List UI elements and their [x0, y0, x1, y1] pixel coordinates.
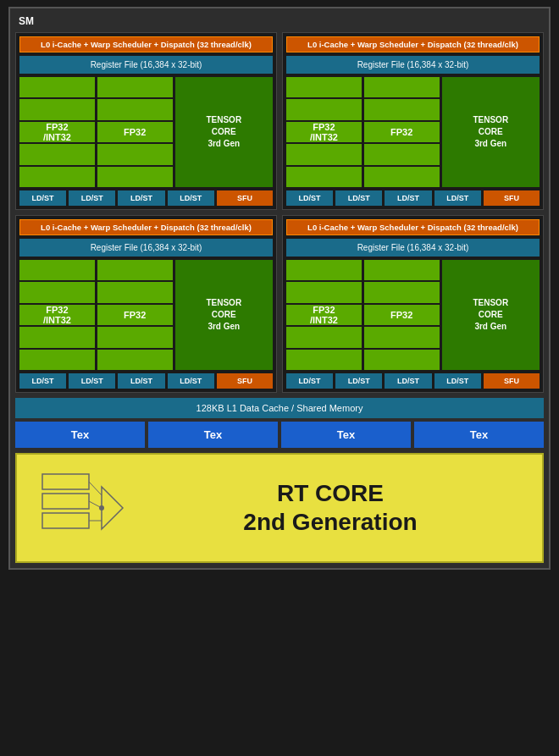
tensor-core-3: TENSORCORE3rd Gen	[442, 260, 540, 370]
sub-partition-3: L0 i-Cache + Warp Scheduler + Dispatch (…	[282, 215, 544, 393]
fp32-label-0: FP32/INT32	[19, 122, 95, 142]
fp32-col-2: FP32	[97, 260, 173, 370]
fp32-cell	[286, 327, 362, 347]
bottom-row-3: LD/ST LD/ST LD/ST LD/ST SFU	[286, 373, 540, 389]
svg-rect-0	[42, 474, 89, 489]
ldst-1: LD/ST	[69, 190, 115, 206]
fp32-cell	[364, 99, 440, 119]
svg-rect-1	[42, 494, 89, 509]
rt-core: RT CORE2nd Generation	[15, 453, 544, 563]
core-area-0: FP32/INT32 FP32 TENSORCORE3rd Gen	[19, 77, 273, 187]
tensor-core-2: TENSORCORE3rd Gen	[175, 260, 273, 370]
fp32-int32-col-1: FP32/INT32	[286, 77, 362, 187]
fp32-cell	[364, 282, 440, 302]
reg-file-1: Register File (16,384 x 32-bit)	[286, 56, 540, 74]
l0-header-1: L0 i-Cache + Warp Scheduler + Dispatch (…	[286, 36, 540, 52]
ldst-9: LD/ST	[69, 373, 115, 389]
sfu-0: SFU	[217, 190, 273, 206]
fp32-col-3: FP32	[364, 260, 440, 370]
fp32-cell	[97, 77, 173, 97]
reg-file-0: Register File (16,384 x 32-bit)	[19, 56, 273, 74]
ldst-8: LD/ST	[19, 373, 66, 389]
sm-title: SM	[15, 14, 544, 29]
fp32-cell	[286, 260, 362, 280]
sfu-3: SFU	[484, 373, 540, 389]
fp32-cell	[19, 350, 95, 370]
fp32-col-0: FP32	[97, 77, 173, 187]
fp32-cell	[364, 167, 440, 187]
fp32-cell	[364, 144, 440, 164]
l0-header-2: L0 i-Cache + Warp Scheduler + Dispatch (…	[19, 219, 273, 235]
fp32-cell	[97, 327, 173, 347]
fp32-int32-col-2: FP32/INT32	[19, 260, 95, 370]
fp32-cell	[97, 350, 173, 370]
core-area-2: FP32/INT32 FP32 TENSORCORE3rd Gen	[19, 260, 273, 370]
svg-point-7	[99, 505, 104, 510]
svg-rect-2	[42, 513, 89, 528]
bottom-row-2: LD/ST LD/ST LD/ST LD/ST SFU	[19, 373, 273, 389]
ldst-7: LD/ST	[434, 190, 481, 206]
fp32-cell	[97, 144, 173, 164]
fp32-cell	[286, 350, 362, 370]
tex-row: Tex Tex Tex Tex	[15, 422, 544, 448]
l1-cache-bar: 128KB L1 Data Cache / Shared Memory	[15, 398, 544, 418]
reg-file-2: Register File (16,384 x 32-bit)	[19, 239, 273, 257]
fp32-cell	[286, 144, 362, 164]
fp32-cell	[19, 167, 95, 187]
fp32-cell	[97, 282, 173, 302]
svg-line-4	[89, 482, 102, 495]
fp32-label-3: FP32/INT32	[286, 305, 362, 325]
l0-header-0: L0 i-Cache + Warp Scheduler + Dispatch (…	[19, 36, 273, 52]
fp32-cell	[364, 350, 440, 370]
fp32-label2-1: FP32	[364, 122, 440, 142]
fp32-cell	[19, 99, 95, 119]
sm-container: SM L0 i-Cache + Warp Scheduler + Dispatc…	[8, 7, 551, 570]
fp32-label2-3: FP32	[364, 305, 440, 325]
fp32-cell	[19, 327, 95, 347]
quad-grid: L0 i-Cache + Warp Scheduler + Dispatch (…	[15, 32, 544, 393]
fp32-cell	[19, 144, 95, 164]
fp32-cell	[286, 77, 362, 97]
ldst-6: LD/ST	[385, 190, 431, 206]
fp32-label2-0: FP32	[97, 122, 173, 142]
core-area-1: FP32/INT32 FP32 TENSORCORE3rd Gen	[286, 77, 540, 187]
sub-partition-1: L0 i-Cache + Warp Scheduler + Dispatch (…	[282, 32, 544, 210]
rt-core-diagram	[34, 470, 127, 546]
bottom-row-1: LD/ST LD/ST LD/ST LD/ST SFU	[286, 190, 540, 206]
tex-2: Tex	[281, 422, 411, 448]
bottom-row-0: LD/ST LD/ST LD/ST LD/ST SFU	[19, 190, 273, 206]
l0-header-3: L0 i-Cache + Warp Scheduler + Dispatch (…	[286, 219, 540, 235]
reg-file-3: Register File (16,384 x 32-bit)	[286, 239, 540, 257]
ldst-5: LD/ST	[335, 190, 382, 206]
tex-1: Tex	[148, 422, 278, 448]
fp32-cell	[364, 260, 440, 280]
sfu-1: SFU	[484, 190, 540, 206]
ldst-3: LD/ST	[168, 190, 214, 206]
fp32-label-2: FP32/INT32	[19, 305, 95, 325]
svg-marker-3	[102, 487, 123, 529]
fp32-cell	[286, 99, 362, 119]
fp32-col-1: FP32	[364, 77, 440, 187]
ldst-4: LD/ST	[286, 190, 333, 206]
fp32-cell	[19, 282, 95, 302]
fp32-label2-2: FP32	[97, 305, 173, 325]
ldst-14: LD/ST	[385, 373, 431, 389]
fp32-cell	[97, 167, 173, 187]
fp32-int32-col-3: FP32/INT32	[286, 260, 362, 370]
ldst-2: LD/ST	[118, 190, 164, 206]
ldst-15: LD/ST	[434, 373, 481, 389]
fp32-label-1: FP32/INT32	[286, 122, 362, 142]
ldst-13: LD/ST	[335, 373, 382, 389]
sfu-2: SFU	[217, 373, 273, 389]
sub-partition-0: L0 i-Cache + Warp Scheduler + Dispatch (…	[15, 32, 277, 210]
fp32-cell	[97, 99, 173, 119]
ldst-12: LD/ST	[286, 373, 333, 389]
fp32-cell	[286, 167, 362, 187]
tex-0: Tex	[15, 422, 145, 448]
rt-core-label: RT CORE2nd Generation	[243, 479, 417, 536]
sub-partition-2: L0 i-Cache + Warp Scheduler + Dispatch (…	[15, 215, 277, 393]
fp32-int32-col-0: FP32/INT32	[19, 77, 95, 187]
core-area-3: FP32/INT32 FP32 TENSORCORE3rd Gen	[286, 260, 540, 370]
fp32-cell	[19, 77, 95, 97]
fp32-cell	[286, 282, 362, 302]
